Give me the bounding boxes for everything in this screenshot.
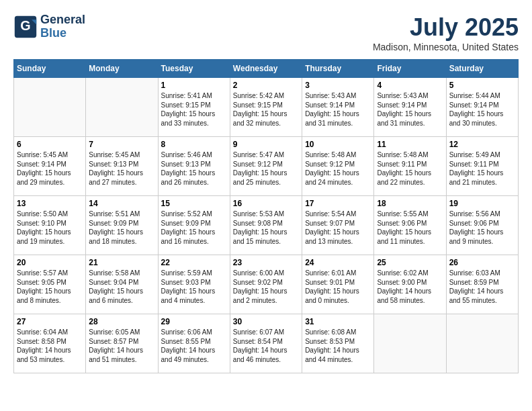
calendar-week-1: 1Sunrise: 5:41 AMSunset: 9:15 PMDaylight… bbox=[14, 78, 519, 137]
calendar-cell: 25Sunrise: 6:02 AMSunset: 9:00 PMDayligh… bbox=[374, 255, 446, 314]
daylight-text: Daylight: 15 hours and 4 minutes. bbox=[161, 287, 227, 305]
cell-content: Sunrise: 5:55 AMSunset: 9:06 PMDaylight:… bbox=[377, 210, 443, 246]
daylight-text: Daylight: 15 hours and 27 minutes. bbox=[89, 169, 154, 187]
sunset-text: Sunset: 8:58 PM bbox=[17, 337, 83, 347]
sunset-text: Sunset: 9:14 PM bbox=[449, 101, 515, 110]
sunrise-text: Sunrise: 6:04 AM bbox=[17, 328, 83, 337]
sunrise-text: Sunrise: 6:03 AM bbox=[449, 269, 515, 278]
calendar-cell: 26Sunrise: 6:03 AMSunset: 8:59 PMDayligh… bbox=[446, 255, 518, 314]
daylight-text: Daylight: 15 hours and 29 minutes. bbox=[17, 169, 83, 187]
header-saturday: Saturday bbox=[446, 60, 518, 78]
daylight-text: Daylight: 14 hours and 49 minutes. bbox=[161, 346, 227, 364]
sunset-text: Sunset: 9:14 PM bbox=[305, 101, 371, 110]
daylight-text: Daylight: 14 hours and 53 minutes. bbox=[17, 346, 83, 364]
calendar-week-2: 6Sunrise: 5:45 AMSunset: 9:14 PMDaylight… bbox=[14, 137, 519, 196]
daylight-text: Daylight: 15 hours and 24 minutes. bbox=[305, 169, 371, 187]
daylight-text: Daylight: 15 hours and 9 minutes. bbox=[449, 228, 515, 246]
day-number: 6 bbox=[17, 140, 83, 149]
sunrise-text: Sunrise: 5:44 AM bbox=[449, 91, 515, 101]
cell-content: Sunrise: 6:01 AMSunset: 9:01 PMDaylight:… bbox=[305, 269, 371, 305]
sunset-text: Sunset: 9:04 PM bbox=[89, 278, 154, 287]
calendar-cell: 31Sunrise: 6:08 AMSunset: 8:53 PMDayligh… bbox=[302, 314, 374, 373]
cell-content: Sunrise: 5:58 AMSunset: 9:04 PMDaylight:… bbox=[89, 269, 154, 305]
day-number: 30 bbox=[233, 317, 299, 326]
calendar-cell bbox=[14, 78, 86, 137]
sunset-text: Sunset: 9:03 PM bbox=[161, 278, 227, 287]
day-number: 8 bbox=[161, 140, 227, 149]
title-block: July 2025 Madison, Minnesota, United Sta… bbox=[373, 13, 519, 52]
sunrise-text: Sunrise: 6:00 AM bbox=[233, 269, 299, 278]
day-number: 15 bbox=[161, 199, 227, 208]
header-tuesday: Tuesday bbox=[158, 60, 230, 78]
daylight-text: Daylight: 15 hours and 19 minutes. bbox=[17, 228, 83, 246]
sunrise-text: Sunrise: 5:45 AM bbox=[89, 150, 154, 160]
sunrise-text: Sunrise: 5:59 AM bbox=[161, 269, 227, 278]
month-title: July 2025 bbox=[373, 13, 519, 42]
cell-content: Sunrise: 5:54 AMSunset: 9:07 PMDaylight:… bbox=[305, 210, 371, 246]
cell-content: Sunrise: 5:41 AMSunset: 9:15 PMDaylight:… bbox=[161, 91, 227, 128]
calendar-cell: 22Sunrise: 5:59 AMSunset: 9:03 PMDayligh… bbox=[158, 255, 230, 314]
sunrise-text: Sunrise: 5:47 AM bbox=[233, 150, 299, 160]
calendar-cell: 11Sunrise: 5:48 AMSunset: 9:11 PMDayligh… bbox=[374, 137, 446, 196]
day-number: 7 bbox=[89, 140, 154, 149]
sunrise-text: Sunrise: 6:08 AM bbox=[305, 328, 371, 337]
daylight-text: Daylight: 15 hours and 26 minutes. bbox=[161, 169, 227, 187]
calendar-cell: 30Sunrise: 6:07 AMSunset: 8:54 PMDayligh… bbox=[230, 314, 302, 373]
daylight-text: Daylight: 15 hours and 11 minutes. bbox=[377, 228, 443, 246]
day-number: 11 bbox=[377, 140, 443, 149]
sunrise-text: Sunrise: 6:07 AM bbox=[233, 328, 299, 337]
daylight-text: Daylight: 14 hours and 46 minutes. bbox=[233, 346, 299, 364]
sunset-text: Sunset: 9:15 PM bbox=[233, 101, 299, 110]
calendar-cell: 10Sunrise: 5:48 AMSunset: 9:12 PMDayligh… bbox=[302, 137, 374, 196]
logo-icon: G bbox=[13, 15, 38, 39]
cell-content: Sunrise: 6:07 AMSunset: 8:54 PMDaylight:… bbox=[233, 328, 299, 364]
daylight-text: Daylight: 14 hours and 44 minutes. bbox=[305, 346, 371, 364]
calendar-cell: 5Sunrise: 5:44 AMSunset: 9:14 PMDaylight… bbox=[446, 78, 518, 137]
sunset-text: Sunset: 9:14 PM bbox=[377, 101, 443, 110]
cell-content: Sunrise: 6:06 AMSunset: 8:55 PMDaylight:… bbox=[161, 328, 227, 364]
sunrise-text: Sunrise: 6:05 AM bbox=[89, 328, 154, 337]
calendar-week-5: 27Sunrise: 6:04 AMSunset: 8:58 PMDayligh… bbox=[14, 314, 519, 373]
sunset-text: Sunset: 9:06 PM bbox=[449, 219, 515, 228]
day-number: 27 bbox=[17, 317, 83, 326]
cell-content: Sunrise: 5:45 AMSunset: 9:14 PMDaylight:… bbox=[17, 150, 83, 187]
sunset-text: Sunset: 9:11 PM bbox=[377, 160, 443, 169]
day-number: 1 bbox=[161, 81, 227, 90]
sunrise-text: Sunrise: 6:06 AM bbox=[161, 328, 227, 337]
daylight-text: Daylight: 15 hours and 6 minutes. bbox=[89, 287, 154, 305]
sunrise-text: Sunrise: 5:55 AM bbox=[377, 210, 443, 219]
daylight-text: Daylight: 14 hours and 51 minutes. bbox=[89, 346, 154, 364]
cell-content: Sunrise: 6:02 AMSunset: 9:00 PMDaylight:… bbox=[377, 269, 443, 305]
day-number: 12 bbox=[449, 140, 515, 149]
day-number: 4 bbox=[377, 81, 443, 90]
sunset-text: Sunset: 9:13 PM bbox=[161, 160, 227, 169]
day-number: 9 bbox=[233, 140, 299, 149]
calendar-cell: 21Sunrise: 5:58 AMSunset: 9:04 PMDayligh… bbox=[86, 255, 158, 314]
day-number: 18 bbox=[377, 199, 443, 208]
sunset-text: Sunset: 8:57 PM bbox=[89, 337, 154, 347]
calendar-cell: 29Sunrise: 6:06 AMSunset: 8:55 PMDayligh… bbox=[158, 314, 230, 373]
cell-content: Sunrise: 6:05 AMSunset: 8:57 PMDaylight:… bbox=[89, 328, 154, 364]
cell-content: Sunrise: 5:48 AMSunset: 9:11 PMDaylight:… bbox=[377, 150, 443, 187]
calendar-table: SundayMondayTuesdayWednesdayThursdayFrid… bbox=[13, 59, 519, 373]
cell-content: Sunrise: 5:48 AMSunset: 9:12 PMDaylight:… bbox=[305, 150, 371, 187]
cell-content: Sunrise: 5:45 AMSunset: 9:13 PMDaylight:… bbox=[89, 150, 154, 187]
calendar-cell: 8Sunrise: 5:46 AMSunset: 9:13 PMDaylight… bbox=[158, 137, 230, 196]
sunset-text: Sunset: 9:01 PM bbox=[305, 278, 371, 287]
day-number: 31 bbox=[305, 317, 371, 326]
cell-content: Sunrise: 6:00 AMSunset: 9:02 PMDaylight:… bbox=[233, 269, 299, 305]
sunset-text: Sunset: 9:00 PM bbox=[377, 278, 443, 287]
cell-content: Sunrise: 6:03 AMSunset: 8:59 PMDaylight:… bbox=[449, 269, 515, 305]
calendar-cell: 3Sunrise: 5:43 AMSunset: 9:14 PMDaylight… bbox=[302, 78, 374, 137]
calendar-cell: 7Sunrise: 5:45 AMSunset: 9:13 PMDaylight… bbox=[86, 137, 158, 196]
sunrise-text: Sunrise: 5:41 AM bbox=[161, 91, 227, 101]
sunrise-text: Sunrise: 5:42 AM bbox=[233, 91, 299, 101]
day-number: 14 bbox=[89, 199, 154, 208]
sunrise-text: Sunrise: 5:49 AM bbox=[449, 150, 515, 160]
calendar-week-3: 13Sunrise: 5:50 AMSunset: 9:10 PMDayligh… bbox=[14, 196, 519, 255]
day-number: 3 bbox=[305, 81, 371, 90]
calendar-cell: 20Sunrise: 5:57 AMSunset: 9:05 PMDayligh… bbox=[14, 255, 86, 314]
day-number: 22 bbox=[161, 258, 227, 267]
sunset-text: Sunset: 9:06 PM bbox=[377, 219, 443, 228]
sunrise-text: Sunrise: 5:54 AM bbox=[305, 210, 371, 219]
